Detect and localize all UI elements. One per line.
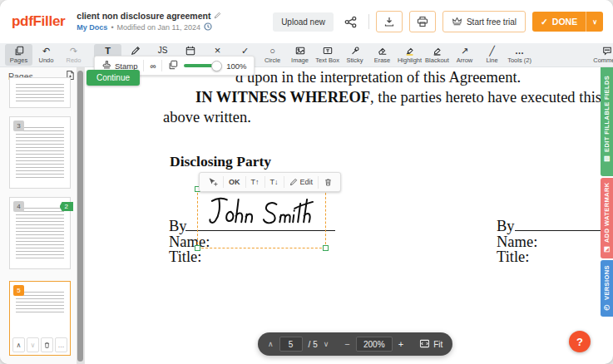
pdffiller-logo: pdfFiller xyxy=(12,13,65,30)
cross-icon: × xyxy=(215,46,221,56)
rename-pencil-icon[interactable] xyxy=(214,11,221,21)
page-number-badge: 4 xyxy=(13,201,24,212)
tool-redo[interactable]: ↷ Redo xyxy=(60,44,87,66)
sidebar-scrollbar xyxy=(77,66,84,364)
sign-pencil-icon xyxy=(131,46,141,56)
above-written-line: above written. xyxy=(163,109,251,126)
by-label-left: By xyxy=(169,218,187,235)
fit-to-width-button[interactable]: Fit xyxy=(419,339,442,350)
title-label-left: Title: xyxy=(169,248,201,266)
document-text-line: d upon in the interpretation of this Agr… xyxy=(235,69,521,86)
undo-icon: ↶ xyxy=(42,46,50,56)
signature-delete-button[interactable] xyxy=(318,176,338,189)
title-label-right: Title: xyxy=(497,248,529,266)
download-button[interactable] xyxy=(376,11,403,32)
tool-arrow[interactable]: ↗ Arrow xyxy=(451,44,478,66)
print-button[interactable] xyxy=(409,11,436,32)
tool-blackout[interactable]: Blackout xyxy=(423,44,451,66)
page-thumbnail-3[interactable]: 3 xyxy=(9,116,71,189)
tab-edit-fillable-fields[interactable]: ▨ EDIT FILLABLE FIELDS xyxy=(601,62,613,176)
comment-bubble-icon xyxy=(602,46,612,56)
pages-icon xyxy=(14,46,24,56)
share-button[interactable] xyxy=(340,12,362,31)
zoom-level-input[interactable]: 200% xyxy=(356,337,393,352)
tool-undo[interactable]: ↶ Undo xyxy=(32,44,60,66)
tool-image[interactable]: Image xyxy=(286,44,314,66)
tool-pages[interactable]: Pages xyxy=(5,44,32,66)
move-page-down-button[interactable]: ∨ xyxy=(27,337,39,352)
signature-selection[interactable] xyxy=(197,189,326,248)
next-page-chevron[interactable]: ∨ xyxy=(324,340,329,348)
signature-ok-button[interactable]: OK xyxy=(223,176,245,188)
size-slider[interactable] xyxy=(184,64,220,67)
zoom-in-button[interactable]: + xyxy=(398,339,403,349)
divider xyxy=(143,60,144,71)
blackout-marker-icon xyxy=(433,46,442,56)
circle-icon: ○ xyxy=(269,46,275,56)
signature-john-smith[interactable] xyxy=(200,191,324,229)
slider-knob[interactable] xyxy=(211,61,222,71)
done-dropdown-caret[interactable]: ∨ xyxy=(586,12,603,32)
tool-sticky[interactable]: Sticky xyxy=(341,44,368,66)
current-page-input[interactable]: 5 xyxy=(279,337,303,352)
help-button[interactable]: ? xyxy=(569,331,591,352)
tool-line[interactable]: ╱ Line xyxy=(478,44,506,66)
tool-text-box[interactable]: Text Box xyxy=(314,44,341,66)
font-size-down-button[interactable]: T↓ xyxy=(264,176,284,188)
done-check-icon: ✓ xyxy=(541,17,548,27)
delete-page-button[interactable] xyxy=(41,337,53,352)
by-label-right: By xyxy=(497,218,515,235)
signature-line-right xyxy=(515,230,601,231)
continue-button[interactable]: Continue xyxy=(87,70,140,86)
upload-new-button[interactable]: Upload new xyxy=(273,12,334,32)
line-icon: ╱ xyxy=(489,46,495,56)
check-icon: ✓ xyxy=(241,46,249,56)
scrollbar-thumb[interactable] xyxy=(77,71,83,362)
tool-comment[interactable]: Comment xyxy=(593,44,613,66)
text-box-icon xyxy=(323,46,333,56)
sticky-pin-icon xyxy=(350,46,360,56)
done-button[interactable]: ✓DONE ∨ xyxy=(532,12,603,32)
previous-page-chevron[interactable]: ∧ xyxy=(268,340,274,348)
duplicate-icon[interactable] xyxy=(168,60,178,71)
zoom-out-button[interactable]: − xyxy=(344,339,349,349)
link-fields-button[interactable]: ∞ xyxy=(150,61,156,71)
resize-handle[interactable] xyxy=(323,245,329,251)
watermark-icon: ◪ xyxy=(603,246,611,253)
signature-edit-button[interactable]: Edit xyxy=(284,176,319,188)
pages-sidebar: Pages 3 4 2 5 ∧ ∨ … xyxy=(0,66,85,364)
tool-highlight[interactable]: Highlight xyxy=(396,44,423,66)
tool-more-tools[interactable]: … Tools (2) xyxy=(506,44,533,66)
move-handle[interactable] xyxy=(202,175,223,189)
resize-handle[interactable] xyxy=(195,245,200,251)
main-toolbar: Pages ↶ Undo ↷ Redo T Text Sign JS Initi… xyxy=(0,43,613,67)
divider xyxy=(368,14,369,29)
header-actions: Upload new Start free trial ✓DONE ∨ xyxy=(273,11,613,32)
edit-fields-icon: ▨ xyxy=(603,155,611,163)
redo-icon: ↷ xyxy=(70,46,77,56)
breadcrumb-my-docs[interactable]: My Docs xyxy=(77,23,107,32)
thumbnail-text-lines xyxy=(16,84,64,102)
disclosing-party-heading: Disclosing Party xyxy=(170,153,271,170)
document-meta: client non disclosure agreement My Docs … xyxy=(77,11,221,32)
font-size-up-button[interactable]: T↑ xyxy=(245,176,264,188)
tab-versions[interactable]: ◷ VERSIONS xyxy=(601,260,613,317)
divider xyxy=(161,60,162,71)
page-more-options-button[interactable]: … xyxy=(55,337,67,352)
page-thumbnail-2[interactable] xyxy=(9,77,71,108)
history-clock-icon[interactable] xyxy=(204,22,212,32)
zoom-value: 100% xyxy=(226,61,246,71)
header: pdfFiller client non disclosure agreemen… xyxy=(0,0,613,43)
page-thumbnail-4[interactable]: 4 2 xyxy=(9,197,71,269)
calendar-icon xyxy=(185,46,195,56)
move-page-up-button[interactable]: ∧ xyxy=(12,337,25,352)
initials-icon: JS xyxy=(158,46,168,56)
tool-erase[interactable]: Erase xyxy=(368,44,396,66)
tab-add-watermark[interactable]: ◪ ADD WATERMARK xyxy=(601,178,613,258)
total-pages: / 5 xyxy=(309,340,318,349)
document-canvas[interactable]: d upon in the interpretation of this Agr… xyxy=(84,66,601,364)
page-thumbnail-5-selected[interactable]: 5 ∧ ∨ … xyxy=(9,281,71,356)
crown-icon xyxy=(452,16,462,27)
tool-circle[interactable]: ○ Circle xyxy=(259,44,286,66)
start-free-trial-button[interactable]: Start free trial xyxy=(442,11,526,32)
